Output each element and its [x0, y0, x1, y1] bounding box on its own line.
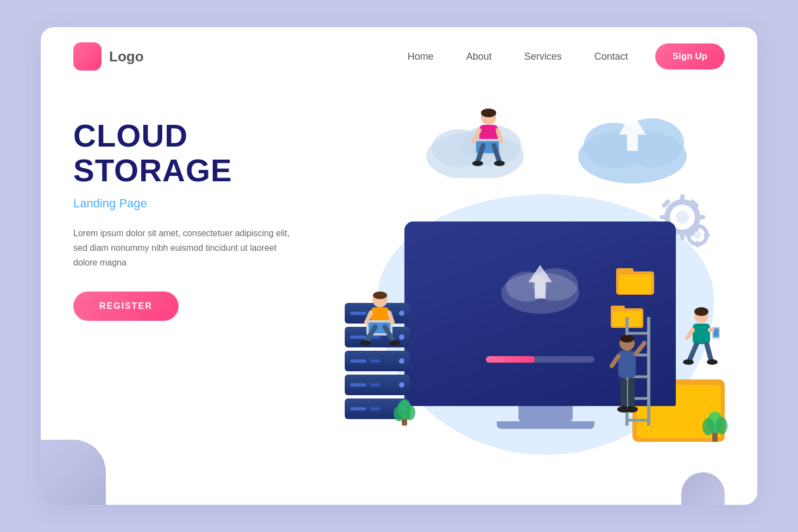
- svg-point-92: [707, 359, 718, 365]
- monitor-stand: [518, 406, 573, 421]
- logo-text: Logo: [109, 48, 144, 65]
- svg-point-52: [481, 109, 496, 117]
- svg-point-61: [494, 161, 505, 166]
- svg-rect-21: [660, 215, 669, 219]
- server-dot: [399, 358, 404, 364]
- svg-point-50: [715, 417, 727, 434]
- description: Lorem ipsum dolor sit amet, consectetuer…: [73, 226, 290, 270]
- nav-contact[interactable]: Contact: [594, 51, 628, 62]
- main-title: CLOUD STORAGE: [73, 118, 334, 188]
- svg-point-46: [404, 405, 415, 420]
- main-content: CLOUD STORAGE Landing Page Lorem ipsum d…: [41, 97, 757, 487]
- svg-point-74: [620, 335, 634, 343]
- svg-point-72: [389, 340, 400, 346]
- right-panel: [334, 97, 725, 487]
- svg-rect-13: [619, 275, 651, 294]
- left-panel: CLOUD STORAGE Landing Page Lorem ipsum d…: [73, 97, 334, 487]
- svg-rect-30: [696, 241, 699, 248]
- svg-rect-29: [696, 223, 699, 229]
- svg-point-28: [694, 231, 701, 239]
- progress-bar-container: [486, 356, 594, 363]
- main-card: Logo Home About Services Contact Sign Up…: [41, 27, 757, 505]
- screen-cloud-icon: [497, 254, 584, 321]
- svg-line-68: [389, 313, 392, 322]
- svg-point-60: [472, 161, 483, 166]
- signup-button[interactable]: Sign Up: [655, 43, 725, 69]
- svg-line-90: [707, 344, 711, 360]
- nav-about[interactable]: About: [466, 51, 492, 62]
- person-sitting-on-servers: [356, 290, 404, 357]
- svg-point-71: [360, 340, 371, 346]
- server-led-2: [370, 383, 381, 387]
- server-dot: [399, 382, 404, 388]
- nav-home[interactable]: Home: [408, 51, 434, 62]
- folder-1: [616, 265, 654, 297]
- server-led-2: [370, 407, 381, 410]
- svg-point-81: [625, 406, 638, 413]
- nav-links: Home About Services Contact: [408, 51, 628, 62]
- sub-title: Landing Page: [73, 197, 334, 211]
- plant-right: [700, 398, 730, 444]
- logo-icon: [73, 42, 102, 71]
- svg-point-91: [683, 359, 694, 365]
- svg-point-45: [394, 406, 404, 421]
- svg-line-89: [689, 344, 696, 360]
- logo-area: Logo: [73, 42, 144, 71]
- register-button[interactable]: REGISTER: [73, 292, 179, 321]
- monitor-base: [497, 421, 594, 429]
- nav-services[interactable]: Services: [524, 51, 562, 62]
- svg-rect-75: [618, 351, 636, 378]
- svg-rect-19: [680, 194, 685, 204]
- svg-point-49: [702, 418, 714, 435]
- plant-left: [391, 388, 418, 428]
- person-sitting-on-monitor: [464, 107, 513, 180]
- svg-rect-32: [704, 233, 710, 237]
- progress-bar-fill: [486, 356, 535, 363]
- svg-rect-78: [620, 378, 627, 408]
- svg-rect-84: [693, 324, 710, 344]
- server-led: [350, 359, 366, 363]
- svg-rect-22: [695, 215, 705, 219]
- server-led: [350, 383, 366, 387]
- server-led: [350, 407, 366, 410]
- server-led-2: [370, 359, 381, 363]
- svg-line-76: [636, 343, 644, 354]
- svg-point-83: [694, 307, 708, 316]
- svg-point-63: [373, 292, 387, 299]
- person-standing: [605, 333, 649, 422]
- svg-line-77: [612, 356, 618, 366]
- cloud-upload: [573, 97, 692, 186]
- person-sitting-on-folder: [679, 306, 725, 373]
- svg-line-88: [687, 330, 693, 338]
- svg-rect-79: [628, 378, 635, 408]
- navbar: Logo Home About Services Contact Sign Up: [41, 27, 757, 86]
